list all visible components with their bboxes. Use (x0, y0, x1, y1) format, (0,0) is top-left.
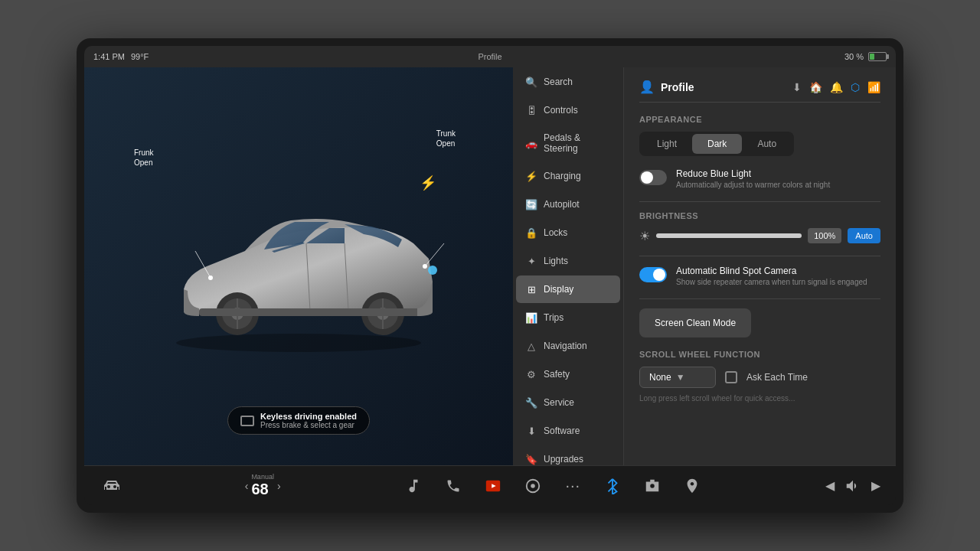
brightness-fill (656, 233, 802, 238)
download-profile-icon[interactable]: ⬇ (792, 81, 802, 93)
undercarriage (199, 308, 421, 316)
device-frame: 1:41 PM 99°F Profile 30 % (77, 38, 903, 513)
taskbar-volume-icon[interactable] (841, 474, 865, 498)
software-icon: ⬇ (525, 425, 537, 437)
menu-label-trips: Trips (544, 312, 564, 323)
frunk-dot (208, 276, 213, 280)
ask-each-checkbox[interactable] (725, 371, 737, 383)
taskbar-media-icon[interactable] (481, 474, 505, 498)
divider-2 (639, 256, 880, 256)
gear-label: Manual (251, 473, 274, 481)
trunk-line (425, 243, 444, 266)
menu-item-search[interactable]: 🔍 Search (516, 68, 620, 96)
volume-prev-icon[interactable]: ◀ (825, 478, 835, 493)
gear-next-btn[interactable]: › (277, 480, 281, 492)
taskbar: ‹ Manual 68 › (84, 465, 896, 505)
car-svg (138, 167, 459, 366)
menu-item-lights[interactable]: ✦ Lights (516, 247, 620, 275)
keyless-title: Keyless driving enabled (260, 412, 357, 421)
brightness-section-label: Brightness (639, 211, 880, 220)
blind-spot-label: Automatic Blind Spot Camera (676, 266, 867, 276)
brightness-auto-btn[interactable]: Auto (848, 228, 880, 243)
keyless-info: Keyless driving enabled Press brake & se… (260, 412, 357, 429)
scroll-value: None (649, 372, 671, 383)
menu-item-locks[interactable]: 🔒 Locks (516, 219, 620, 246)
taskbar-circle-icon[interactable] (521, 474, 545, 498)
controls-icon: 🎛 (525, 104, 537, 116)
scroll-wheel-row: None ▼ Ask Each Time (639, 367, 880, 388)
menu-label-lights: Lights (544, 256, 568, 266)
car-shadow (176, 334, 421, 352)
reduce-blue-light-label: Reduce Blue Light (676, 168, 830, 179)
main-content: Frunk Open Trunk Open ⚡ Keyless driving … (84, 67, 896, 465)
volume-next-icon[interactable]: ▶ (871, 478, 880, 493)
home-icon[interactable]: 🏠 (809, 81, 822, 93)
blind-spot-toggle[interactable] (639, 267, 667, 282)
service-icon: 🔧 (525, 396, 537, 409)
signal-icon[interactable]: 📶 (867, 81, 880, 93)
keyless-banner: Keyless driving enabled Press brake & se… (227, 406, 370, 435)
lights-icon: ✦ (525, 255, 537, 267)
locks-icon: 🔒 (525, 227, 537, 239)
menu-label-service: Service (544, 397, 574, 408)
menu-item-service[interactable]: 🔧 Service (516, 389, 620, 416)
trunk-dot (423, 264, 427, 269)
charging-icon: ⚡ (525, 170, 537, 182)
menu-label-autopilot: Autopilot (544, 199, 580, 210)
time-display: 1:41 PM (93, 52, 125, 61)
battery-icon (868, 52, 887, 61)
scroll-select[interactable]: None ▼ (639, 367, 716, 388)
reduce-blue-light-toggle[interactable] (639, 170, 667, 185)
menu-item-software[interactable]: ⬇ Software (516, 417, 620, 445)
menu-item-autopilot[interactable]: 🔄 Autopilot (516, 191, 620, 218)
blind-spot-info: Automatic Blind Spot Camera Show side re… (676, 266, 867, 286)
menu-item-trips[interactable]: 📊 Trips (516, 304, 620, 331)
brightness-row: ☀ 100% Auto (639, 228, 880, 243)
appearance-buttons: Light Dark Auto (639, 132, 794, 156)
appearance-dark-btn[interactable]: Dark (692, 134, 742, 154)
display-icon: ⊞ (525, 283, 537, 295)
reduce-blue-light-info: Reduce Blue Light Automatically adjust t… (676, 168, 830, 189)
taskbar-music-icon[interactable] (401, 474, 426, 498)
menu-label-pedals: Pedals & Steering (544, 132, 611, 154)
menu-label-charging: Charging (544, 171, 581, 181)
frunk-label: Frunk Open (134, 148, 154, 168)
menu-item-charging[interactable]: ⚡ Charging (516, 162, 620, 190)
upgrades-icon: 🔖 (525, 453, 537, 465)
menu-item-pedals[interactable]: 🚗 Pedals & Steering (516, 125, 620, 161)
profile-title-text: Profile (661, 81, 694, 93)
taskbar-bluetooth-icon[interactable] (600, 474, 625, 498)
menu-label-safety: Safety (544, 369, 570, 380)
car-container: Frunk Open Trunk Open ⚡ (84, 67, 513, 465)
appearance-auto-btn[interactable]: Auto (742, 134, 792, 154)
appearance-light-btn[interactable]: Light (642, 134, 692, 154)
menu-item-navigation[interactable]: △ Navigation (516, 332, 620, 360)
blind-spot-row: Automatic Blind Spot Camera Show side re… (639, 266, 880, 286)
center-label: Profile (478, 52, 501, 61)
taskbar-person-icon[interactable] (680, 474, 704, 498)
screen-clean-btn[interactable]: Screen Clean Mode (639, 308, 751, 337)
trunk-label: Trunk Open (436, 129, 456, 148)
charge-lightning: ⚡ (420, 174, 436, 191)
toggle-knob-blue (641, 171, 653, 184)
menu-item-safety[interactable]: ⚙ Safety (516, 360, 620, 388)
taskbar-car-icon[interactable] (100, 474, 124, 498)
status-bar-left: 1:41 PM 99°F (93, 52, 149, 61)
bluetooth-icon[interactable]: ⬡ (851, 81, 860, 93)
status-bar-right: 30 % (844, 52, 887, 61)
taskbar-camera-icon[interactable] (640, 474, 665, 498)
blind-spot-desc: Show side repeater camera when turn sign… (676, 278, 867, 286)
brightness-bar[interactable] (656, 233, 802, 238)
charge-port (428, 266, 437, 275)
bell-icon[interactable]: 🔔 (830, 81, 843, 93)
profile-person-icon: 👤 (639, 80, 655, 94)
taskbar-more-icon[interactable]: ··· (560, 474, 585, 498)
gear-info: Manual 68 (251, 473, 274, 498)
menu-item-display[interactable]: ⊞ Display (516, 276, 620, 303)
menu-item-controls[interactable]: 🎛 Controls (516, 96, 620, 124)
menu-item-upgrades[interactable]: 🔖 Upgrades (516, 445, 620, 465)
taskbar-phone-icon[interactable] (441, 474, 466, 498)
gear-prev-btn[interactable]: ‹ (245, 480, 249, 492)
settings-menu: 🔍 Search 🎛 Controls 🚗 Pedals & Steering … (513, 67, 624, 465)
autopilot-icon: 🔄 (525, 198, 537, 210)
